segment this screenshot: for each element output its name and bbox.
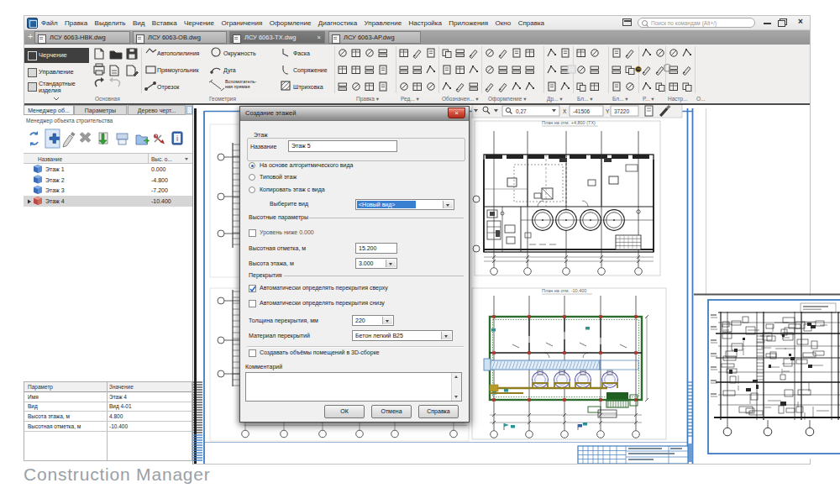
- svg-text:i: i: [176, 134, 178, 143]
- svg-text:Y: Y: [606, 108, 610, 114]
- svg-text:X: X: [563, 108, 567, 114]
- svg-text:-41506: -41506: [573, 108, 591, 114]
- svg-text:План на отм. +4,800 (ТХ): План на отм. +4,800 (ТХ): [542, 120, 596, 125]
- svg-text:0,27: 0,27: [516, 108, 527, 114]
- svg-text:37220: 37220: [614, 108, 629, 114]
- svg-text:План на отм. -10,400: План на отм. -10,400: [542, 288, 586, 293]
